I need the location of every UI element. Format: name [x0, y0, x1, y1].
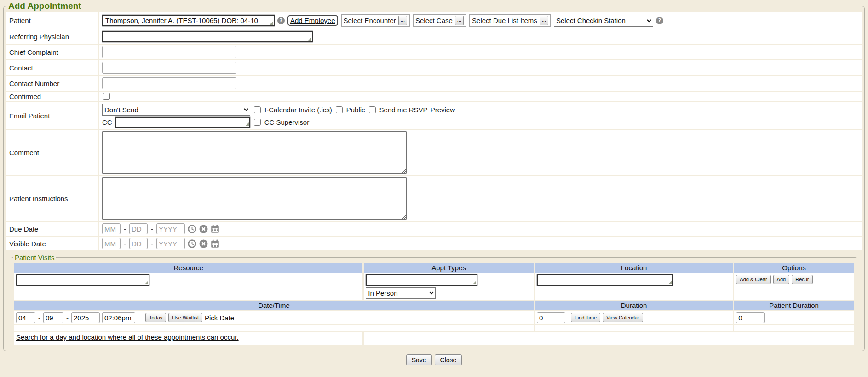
patient-input[interactable]	[102, 15, 275, 26]
visit-yyyy-input[interactable]	[71, 312, 100, 323]
contact-label: Contact	[6, 60, 98, 75]
due-date-mm-input[interactable]	[102, 223, 121, 234]
clock-icon[interactable]	[188, 225, 196, 233]
chief-complaint-input[interactable]	[102, 46, 236, 58]
cc-input[interactable]	[115, 117, 250, 128]
add-employee-link[interactable]: Add Employee	[290, 17, 335, 24]
preview-link[interactable]: Preview	[431, 106, 455, 114]
select-case-group: Select Case ...	[413, 14, 466, 27]
page-title: Add Appointment	[6, 1, 83, 11]
view-calendar-button[interactable]: View Calendar	[603, 313, 643, 322]
patient-visits-legend: Patient Visits	[13, 254, 56, 261]
recur-button[interactable]: Recur	[792, 275, 812, 284]
select-due-list-label: Select Due List Items	[472, 17, 537, 24]
contact-number-input[interactable]	[102, 77, 236, 89]
select-case-button[interactable]: ...	[455, 16, 464, 25]
close-button[interactable]: Close	[435, 354, 462, 365]
ical-invite-label: I-Calendar Invite (.ics)	[264, 106, 332, 114]
visible-date-mm-input[interactable]	[102, 238, 121, 249]
patient-duration-header: Patient Duration	[734, 301, 854, 310]
calendar-icon[interactable]	[211, 239, 219, 248]
search-day-location-link[interactable]: Search for a day and location where all …	[16, 333, 239, 341]
patient-instructions-textarea[interactable]	[102, 177, 407, 220]
confirmed-label: Confirmed	[6, 92, 98, 101]
clock-icon[interactable]	[188, 239, 196, 248]
patient-instructions-row: Patient Instructions	[6, 176, 862, 221]
referring-physician-input[interactable]	[102, 31, 313, 42]
visit-time-input[interactable]	[102, 312, 135, 323]
patient-visits-section: Patient Visits Resource Appt Types Locat…	[11, 254, 857, 348]
select-encounter-button[interactable]: ...	[398, 16, 407, 25]
duration-input[interactable]	[537, 312, 565, 323]
select-due-list-group: Select Due List Items ...	[469, 14, 551, 27]
today-button[interactable]: Today	[145, 313, 166, 322]
add-and-clear-button[interactable]: Add & Clear	[736, 275, 770, 284]
visit-mm-input[interactable]	[16, 312, 35, 323]
autocomplete-grip-icon	[472, 281, 476, 284]
clear-date-icon[interactable]	[199, 225, 208, 233]
referring-physician-label: Referring Physician	[6, 29, 98, 44]
visible-date-label: Visible Date	[6, 237, 98, 250]
duration-header: Duration	[535, 301, 733, 310]
contact-input[interactable]	[102, 62, 236, 74]
public-label: Public	[346, 106, 365, 114]
due-date-dd-input[interactable]	[129, 223, 148, 234]
due-date-row: Due Date --	[6, 222, 862, 236]
location-header: Location	[535, 263, 733, 273]
email-patient-label: Email Patient	[6, 102, 98, 129]
checkin-station-select[interactable]: Select Checkin Station	[554, 15, 653, 27]
patient-instructions-label: Patient Instructions	[6, 176, 98, 221]
contact-row: Contact	[6, 60, 862, 75]
due-date-label: Due Date	[6, 222, 98, 236]
find-time-button[interactable]: Find Time	[571, 313, 600, 322]
help-icon[interactable]: ?	[277, 17, 285, 24]
select-case-label: Select Case	[415, 17, 453, 24]
add-employee-box: Add Employee	[287, 15, 338, 26]
visit-dd-input[interactable]	[43, 312, 63, 323]
cc-supervisor-checkbox[interactable]	[254, 119, 261, 126]
patient-input-wrap	[102, 15, 275, 26]
autocomplete-grip-icon	[308, 37, 311, 41]
spacer-row	[14, 325, 854, 331]
visible-date-yyyy-input[interactable]	[156, 238, 185, 249]
use-waitlist-button[interactable]: Use Waitlist	[168, 313, 202, 322]
patient-duration-input[interactable]	[736, 312, 765, 323]
form-actions: Save Close	[0, 354, 868, 365]
email-send-select[interactable]: Don't Send	[102, 104, 250, 116]
clear-date-icon[interactable]	[199, 239, 208, 248]
comment-row: Comment	[6, 130, 862, 175]
visible-date-dd-input[interactable]	[129, 238, 148, 249]
save-button[interactable]: Save	[406, 354, 432, 365]
appt-types-header: Appt Types	[364, 263, 534, 273]
patient-visits-table: Resource Appt Types Location Options	[13, 262, 855, 346]
cc-supervisor-label: CC Supervisor	[264, 118, 310, 126]
autocomplete-grip-icon	[270, 21, 273, 25]
cc-label: CC	[102, 118, 112, 126]
options-header: Options	[734, 263, 854, 273]
chief-complaint-label: Chief Complaint	[6, 45, 98, 59]
appt-types-input[interactable]	[366, 274, 477, 286]
comment-label: Comment	[6, 130, 98, 175]
help-icon[interactable]: ?	[656, 17, 663, 24]
contact-number-row: Contact Number	[6, 76, 862, 91]
ical-invite-checkbox[interactable]	[254, 106, 261, 113]
add-button[interactable]: Add	[773, 275, 790, 284]
select-due-list-button[interactable]: ...	[540, 16, 548, 25]
autocomplete-grip-icon	[144, 281, 148, 284]
public-checkbox[interactable]	[336, 106, 343, 113]
pick-date-link[interactable]: Pick Date	[205, 314, 234, 322]
visit-mode-select[interactable]: In Person	[366, 287, 436, 299]
chief-complaint-row: Chief Complaint	[6, 45, 862, 59]
location-input[interactable]	[537, 274, 673, 286]
contact-number-label: Contact Number	[6, 76, 98, 91]
rsvp-checkbox[interactable]	[369, 106, 376, 113]
due-date-yyyy-input[interactable]	[156, 223, 185, 234]
rsvp-label: Send me RSVP	[379, 106, 428, 114]
patient-row: Patient ? Add Employee Select Encounter …	[6, 12, 862, 29]
comment-textarea[interactable]	[102, 131, 407, 174]
calendar-icon[interactable]	[211, 225, 219, 233]
confirmed-row: Confirmed	[6, 92, 862, 101]
confirmed-checkbox[interactable]	[103, 93, 110, 100]
resource-input[interactable]	[16, 274, 149, 286]
patient-label: Patient	[6, 12, 98, 29]
